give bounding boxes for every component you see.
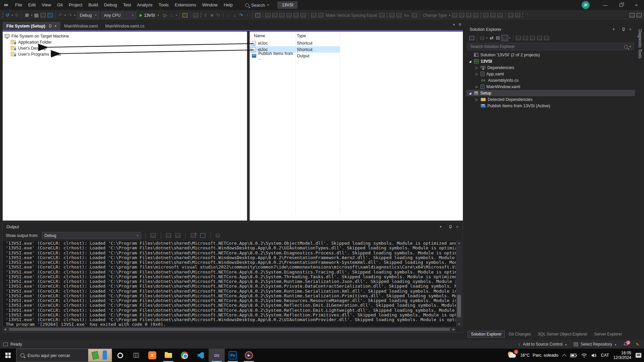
- solution-item-app-xaml[interactable]: ▷‹›App.xaml: [466, 71, 635, 77]
- window-position-icon[interactable]: ▾: [440, 225, 442, 229]
- drag-handle-4-icon[interactable]: [386, 13, 387, 18]
- manage-indexes-icon[interactable]: [490, 13, 495, 17]
- execute-sql-icon[interactable]: [452, 13, 457, 17]
- close-icon[interactable]: ×: [629, 27, 632, 32]
- open-file-icon[interactable]: ▤: [33, 12, 40, 19]
- taskbar-search-input[interactable]: Escriu aquí per cercar: [16, 349, 112, 362]
- menu-help[interactable]: Help: [221, 0, 236, 10]
- collapsed-icon[interactable]: ▷: [476, 66, 481, 69]
- save-all-icon[interactable]: [48, 13, 53, 17]
- taskbar-app-chrome[interactable]: [176, 349, 193, 362]
- output-horizontal-scrollbar[interactable]: ◀ ▶: [3, 327, 456, 332]
- make-same-width-icon[interactable]: [311, 13, 316, 17]
- expanded-icon[interactable]: ◢: [469, 60, 474, 63]
- close-icon[interactable]: ×: [456, 224, 459, 229]
- xaml-binding-failures-icon[interactable]: [255, 13, 260, 17]
- break-all-icon[interactable]: ‖: [202, 12, 209, 19]
- pin-icon[interactable]: [622, 28, 625, 31]
- menu-project[interactable]: Project: [66, 0, 85, 10]
- navigate-backward-dropdown-icon[interactable]: ▾: [11, 14, 14, 17]
- change-type-dropdown-icon[interactable]: ▾: [448, 14, 451, 17]
- start-without-debugging-icon[interactable]: ▷: [162, 12, 168, 19]
- menu-tools[interactable]: Tools: [156, 0, 172, 10]
- horizontal-scroll-thumb[interactable]: [9, 328, 450, 331]
- drag-handle-2-icon[interactable]: [200, 13, 201, 18]
- hot-reload-icon[interactable]: ♨: [168, 12, 175, 19]
- properties-icon[interactable]: [516, 36, 521, 40]
- add-item-icon[interactable]: [537, 36, 542, 40]
- union-icon[interactable]: [508, 13, 513, 17]
- scroll-down-icon[interactable]: ▼: [458, 323, 461, 326]
- new-project-icon[interactable]: ⊞: [24, 12, 30, 19]
- user-avatar[interactable]: JF: [582, 1, 590, 9]
- bottom-tab-git-changes[interactable]: Git Changes: [505, 331, 534, 337]
- tree-item-user-s-programs-menu[interactable]: User's Programs Menu: [3, 51, 247, 57]
- battery-icon[interactable]: [570, 353, 577, 357]
- menu-extensions[interactable]: Extensions: [172, 0, 199, 10]
- grid-pane-icon[interactable]: [396, 13, 401, 17]
- refresh-icon[interactable]: [544, 36, 549, 40]
- tab-mainwindow-xaml[interactable]: MainWindow.xaml: [60, 22, 102, 30]
- align-lefts-icon[interactable]: [265, 13, 270, 17]
- output-source-combo[interactable]: Debug ▾: [42, 232, 141, 239]
- solution-item-dependencies[interactable]: ▷Dependencies: [466, 64, 635, 71]
- export-template-icon[interactable]: [630, 13, 635, 17]
- taskbar-app-file-explorer[interactable]: [160, 349, 176, 362]
- send-feedback-icon[interactable]: ✎: [636, 342, 639, 347]
- add-to-source-control-button[interactable]: Add to Source Control: [523, 342, 562, 347]
- column-header-name[interactable]: Name: [250, 34, 296, 38]
- menu-edit[interactable]: Edit: [25, 0, 39, 10]
- step-out-icon[interactable]: ↑: [244, 12, 251, 19]
- speaker-icon[interactable]: [591, 353, 597, 358]
- tab-list-dropdown-icon[interactable]: ▾: [453, 22, 455, 27]
- sync-with-active-document-icon[interactable]: ⇄: [488, 35, 495, 42]
- taskbar-app-vscode[interactable]: [193, 349, 209, 362]
- diagnostic-tools-tab[interactable]: Diagnostic Tools: [636, 25, 644, 338]
- taskbar-app-visual-studio[interactable]: ∞: [209, 349, 225, 362]
- solution-platforms-combo[interactable]: Any CPU▾: [101, 12, 136, 19]
- pin-icon[interactable]: [448, 225, 452, 229]
- taskbar-app-media-player[interactable]: ▶: [241, 349, 257, 362]
- primary-key-icon[interactable]: [483, 13, 488, 17]
- scroll-right-icon[interactable]: ▶: [453, 328, 455, 331]
- taskbar-app-xampp[interactable]: X: [144, 349, 160, 362]
- stop-debugging-icon[interactable]: ■: [209, 12, 215, 19]
- tab-file-system-setup[interactable]: File System (Setup)×: [3, 22, 60, 30]
- menu-git[interactable]: Git: [54, 0, 66, 10]
- drag-handle-6-icon[interactable]: [522, 13, 523, 18]
- tree-item-file-system-on-target-machine[interactable]: File System on Target Machine: [3, 33, 247, 39]
- menu-file[interactable]: File: [12, 0, 25, 10]
- undo-icon[interactable]: ↶: [57, 12, 64, 19]
- redo-dropdown-icon[interactable]: ▾: [73, 14, 76, 17]
- close-icon[interactable]: ×: [54, 24, 57, 28]
- filter-dropdown-icon[interactable]: ▾: [485, 37, 488, 40]
- solution-item-detected-dependencies[interactable]: ▷Detected Dependencies: [466, 96, 635, 103]
- align-rights-icon[interactable]: [279, 13, 284, 17]
- solution-item-13vsi[interactable]: ◢C#13VSI: [466, 58, 635, 64]
- collapsed-icon[interactable]: ▷: [476, 98, 481, 101]
- outline-view-icon[interactable]: [466, 13, 471, 17]
- tab-options-gear-icon[interactable]: ⚙: [458, 22, 462, 27]
- switch-views-icon[interactable]: [469, 36, 474, 40]
- navigate-forward-icon[interactable]: ↻: [14, 12, 20, 19]
- output-console[interactable]: '13VSI.exe' (CoreCLR: clrhost): Loaded '…: [3, 241, 456, 326]
- minimize-button[interactable]: —: [598, 0, 613, 10]
- window-position-icon[interactable]: ▾: [613, 27, 615, 32]
- scroll-up-icon[interactable]: ▲: [458, 242, 461, 245]
- drag-handle-5-icon[interactable]: [480, 13, 481, 18]
- taskbar-app-photoshop[interactable]: Ps: [225, 349, 241, 362]
- add-table-icon[interactable]: [473, 13, 478, 17]
- restore-button[interactable]: [613, 0, 629, 10]
- collapsed-icon[interactable]: ▷: [476, 85, 481, 88]
- scroll-left-icon[interactable]: ◀: [4, 328, 6, 331]
- notifications-bell-icon[interactable]: 1: [624, 342, 628, 347]
- step-into-icon[interactable]: ↓: [231, 12, 238, 19]
- relationships-icon[interactable]: [497, 13, 502, 17]
- show-all-files-icon[interactable]: [502, 36, 507, 40]
- tab-mainwindow-xaml-cs[interactable]: MainWindow.xaml.cs: [102, 22, 148, 30]
- solution-item-publish-items-from-13vsi-active[interactable]: Publish Items from 13VSI (Active): [466, 103, 635, 109]
- undo-dropdown-icon[interactable]: ▾: [64, 14, 67, 17]
- diagram-pane-icon[interactable]: [389, 13, 394, 17]
- step-over-icon[interactable]: ↷: [238, 12, 244, 19]
- new-folder-icon[interactable]: [530, 36, 535, 40]
